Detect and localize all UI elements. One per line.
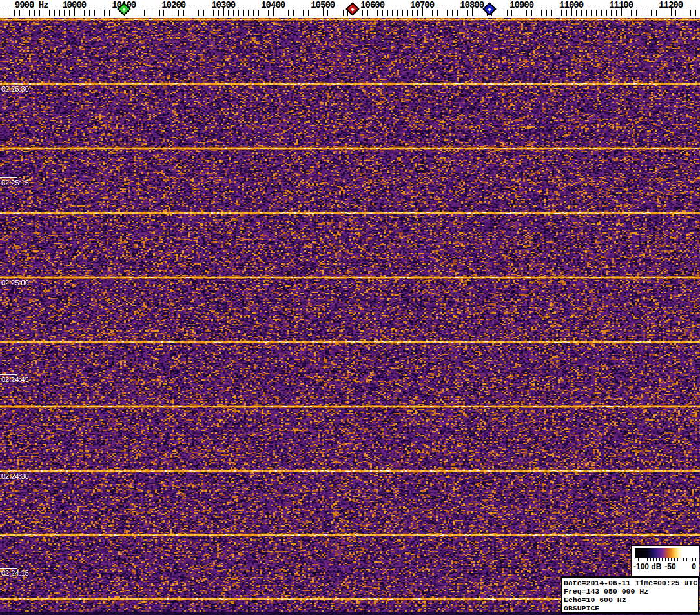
ruler-tick xyxy=(84,10,85,16)
time-tick xyxy=(0,177,17,178)
ruler-tick xyxy=(626,10,626,16)
ruler-tick xyxy=(79,10,79,16)
ruler-tick xyxy=(298,10,298,16)
ruler-tick xyxy=(591,10,592,16)
legend-tick xyxy=(659,558,660,561)
intensity-legend: -100 dB -50 0 xyxy=(631,545,699,576)
ruler-tick xyxy=(183,10,184,16)
ruler-tick xyxy=(104,10,105,16)
ruler-tick xyxy=(109,10,110,16)
legend-tick xyxy=(647,558,648,561)
ruler-tick xyxy=(497,10,497,16)
time-label: 02:24:45 xyxy=(1,376,29,383)
ruler-tick xyxy=(139,10,139,16)
ruler-tick xyxy=(163,10,164,16)
ruler-tick xyxy=(601,10,602,16)
ruler-tick xyxy=(695,10,696,16)
legend-tick xyxy=(681,558,681,561)
ruler-tick xyxy=(462,10,462,16)
ruler-tick xyxy=(333,10,333,16)
freq-tick-label: 11200 xyxy=(659,0,683,8)
ruler-tick xyxy=(238,10,239,16)
legend-tick xyxy=(665,558,666,561)
legend-tick xyxy=(674,558,675,561)
ruler-tick xyxy=(482,10,482,16)
ruler-tick xyxy=(432,10,433,16)
ruler-tick xyxy=(313,10,313,16)
waterfall-display[interactable] xyxy=(0,18,700,615)
legend-tick xyxy=(692,558,693,561)
ruler-tick xyxy=(681,10,681,16)
freq-tick-label: 10800 xyxy=(460,0,484,8)
ruler-tick xyxy=(586,10,587,16)
ruler-tick xyxy=(382,10,383,16)
ruler-tick xyxy=(253,10,254,16)
ruler-tick xyxy=(64,10,65,16)
legend-tick xyxy=(677,558,678,561)
frequency-ruler[interactable]: 9900 Hz100001010010200103001040010500106… xyxy=(0,0,700,18)
ruler-tick xyxy=(288,10,289,16)
ruler-tick xyxy=(203,10,204,16)
ruler-tick xyxy=(59,10,60,16)
freq-tick-label: 10300 xyxy=(211,0,235,8)
ruler-tick xyxy=(402,10,403,16)
legend-label-min: -100 dB xyxy=(633,562,661,571)
legend-tick xyxy=(690,558,690,561)
ruler-tick xyxy=(537,10,537,16)
ruler-tick xyxy=(561,10,562,16)
ruler-tick xyxy=(343,10,344,16)
ruler-tick xyxy=(248,10,249,16)
color-scale-gradient[interactable] xyxy=(635,548,696,558)
marker-blue-icon[interactable] xyxy=(482,2,496,15)
freq-tick-label: 10900 xyxy=(510,0,533,8)
ruler-tick xyxy=(636,10,637,16)
ruler-tick xyxy=(209,10,209,16)
ruler-tick xyxy=(407,10,408,16)
ruler-tick xyxy=(268,10,269,16)
ruler-tick xyxy=(447,10,448,16)
ruler-tick xyxy=(89,10,90,16)
ruler-tick xyxy=(338,10,338,16)
ruler-tick xyxy=(581,10,582,16)
ruler-tick xyxy=(134,10,134,16)
ruler-tick xyxy=(557,10,557,16)
ruler-tick xyxy=(477,10,477,16)
freq-tick-label: 10600 xyxy=(360,0,384,8)
legend-label-max: 0 xyxy=(692,562,696,571)
time-label: 02:25:30 xyxy=(1,85,29,93)
ruler-tick xyxy=(198,10,199,16)
legend-tick xyxy=(668,558,669,561)
ruler-tick xyxy=(507,10,508,16)
ruler-tick xyxy=(656,10,657,16)
ruler-tick xyxy=(686,10,686,16)
ruler-tick xyxy=(517,10,517,16)
ruler-tick xyxy=(99,10,99,16)
ruler-tick xyxy=(675,10,676,16)
ruler-tick xyxy=(194,10,194,16)
ruler-tick xyxy=(149,10,149,16)
info-station-line: OBSUPICE xyxy=(564,604,696,612)
ruler-tick xyxy=(502,10,502,16)
spectrogram-window: 9900 Hz100001010010200103001040010500106… xyxy=(0,0,700,615)
ruler-tick xyxy=(442,10,442,16)
legend-tick xyxy=(686,558,687,561)
freq-tick-label: 10700 xyxy=(410,0,434,8)
ruler-tick xyxy=(144,10,145,16)
time-tick xyxy=(0,374,17,375)
info-echo-line: Echo=10 600 Hz xyxy=(564,596,696,604)
ruler-tick xyxy=(278,10,278,16)
time-label: 02:25:00 xyxy=(1,279,29,287)
ruler-tick xyxy=(189,10,189,16)
ruler-tick xyxy=(228,10,229,16)
freq-tick-label: 11100 xyxy=(609,0,633,8)
legend-tick xyxy=(656,558,657,561)
ruler-tick xyxy=(29,10,30,16)
ruler-tick xyxy=(114,10,114,16)
ruler-tick xyxy=(308,10,309,16)
ruler-tick xyxy=(318,10,318,16)
legend-tick xyxy=(638,558,639,561)
ruler-tick xyxy=(10,10,10,16)
ruler-tick xyxy=(417,10,418,16)
ruler-tick xyxy=(154,10,154,16)
freq-tick-label: 10400 xyxy=(261,0,285,8)
